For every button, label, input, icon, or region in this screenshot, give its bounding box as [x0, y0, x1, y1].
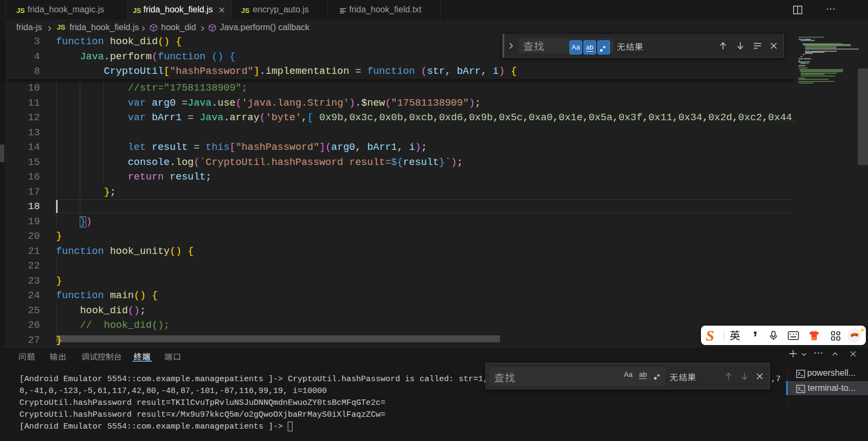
svg-text:JS: JS — [57, 24, 66, 32]
svg-text:JS: JS — [17, 7, 25, 15]
svg-text:*: * — [603, 45, 606, 52]
svg-text:JS: JS — [241, 7, 250, 15]
svg-text:JS: JS — [133, 7, 142, 15]
svg-text:*: * — [657, 372, 661, 380]
